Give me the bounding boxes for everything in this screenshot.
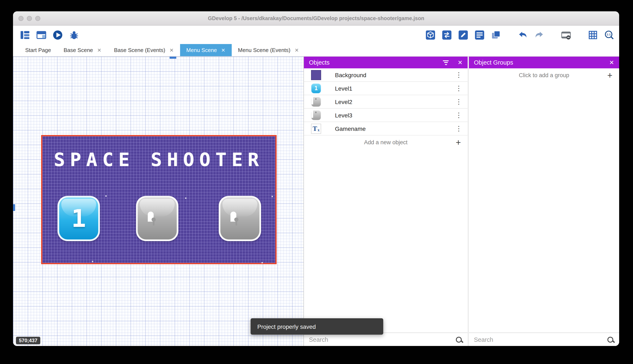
plus-icon: + — [456, 138, 461, 146]
tab-close-icon[interactable]: ✕ — [169, 47, 174, 53]
object-groups-panel: Object Groups ✕ Click to add a group + — [469, 56, 619, 346]
object-menu-icon[interactable]: ⋮ — [454, 124, 463, 132]
plus-icon: + — [607, 71, 612, 80]
object-menu-icon[interactable]: ⋮ — [454, 71, 463, 79]
preview-options-button[interactable] — [560, 29, 572, 41]
tab-label: Base Scene — [64, 47, 93, 53]
traffic-lights — [19, 11, 40, 25]
project-manager-button[interactable] — [19, 29, 31, 41]
filter-icon[interactable] — [443, 60, 449, 65]
add-new-object-button[interactable]: Add a new object + — [304, 136, 468, 149]
toolbar-left-group — [19, 29, 80, 41]
toolbar-right-group: 1:1 — [424, 29, 615, 41]
scene-editor-canvas[interactable]: SPACE SHOOTER 1 — [13, 56, 303, 346]
main-content: SPACE SHOOTER 1 — [13, 56, 619, 346]
add-group-label: Click to add a group — [519, 72, 569, 78]
tab-close-icon[interactable]: ✕ — [221, 47, 225, 53]
tab-base-scene-events[interactable]: Base Scene (Events) ✕ — [108, 44, 180, 56]
locked-button-icon — [311, 97, 321, 107]
add-group-button[interactable]: Click to add a group + — [469, 68, 619, 82]
tab-close-icon[interactable]: ✕ — [295, 47, 299, 53]
list-icon — [474, 30, 485, 40]
close-window-button[interactable] — [19, 16, 24, 21]
object-groups-panel-header: Object Groups ✕ — [469, 56, 619, 68]
locked-button-icon — [311, 110, 321, 120]
minimize-window-button[interactable] — [27, 16, 32, 21]
search-icon[interactable] — [606, 336, 614, 343]
lock-icon — [148, 214, 167, 222]
maximize-window-button[interactable] — [35, 16, 40, 21]
scene-preview[interactable]: SPACE SHOOTER 1 — [41, 135, 277, 264]
zoom-reset-button[interactable]: 1:1 — [603, 29, 615, 41]
grid-icon — [587, 30, 598, 40]
undo-arrow-icon — [517, 30, 528, 40]
objects-panel-header: Objects ✕ — [304, 56, 468, 68]
pencil-icon — [458, 30, 468, 40]
screen: GDevelop 5 - /Users/dkarakay/Documents/G… — [0, 0, 633, 364]
objects-panel: Objects ✕ Background ⋮ 1 — [303, 56, 468, 346]
star-dot — [185, 198, 186, 199]
project-manager-icon — [20, 30, 30, 40]
debug-button[interactable] — [68, 29, 80, 41]
tab-start-page[interactable]: Start Page — [19, 44, 57, 56]
toolbar: 1:1 — [13, 26, 619, 44]
tab-base-scene[interactable]: Base Scene ✕ — [57, 44, 108, 56]
cursor-coordinates: 570;437 — [16, 337, 40, 344]
cube-icon — [425, 30, 436, 40]
search-icon[interactable] — [455, 336, 463, 343]
tab-menu-scene[interactable]: Menu Scene ✕ — [180, 44, 232, 56]
tab-close-icon[interactable]: ✕ — [97, 47, 101, 53]
redo-button[interactable] — [533, 29, 545, 41]
objects-list: Background ⋮ 1 Level1 ⋮ — [304, 68, 468, 332]
object-row-level2[interactable]: Level2 ⋮ — [304, 95, 468, 108]
star-dot — [92, 261, 93, 262]
preview-button[interactable] — [52, 29, 63, 41]
object-row-gamename[interactable]: T x Gamename ⋮ — [304, 122, 468, 136]
object-label: Background — [335, 72, 366, 78]
tab-bar: Start Page Base Scene ✕ Base Scene (Even… — [13, 44, 619, 56]
edit-button[interactable] — [457, 29, 469, 41]
duplicate-button[interactable] — [490, 29, 502, 41]
add-new-object-label: Add a new object — [364, 139, 407, 145]
export-button[interactable] — [424, 29, 436, 41]
object-menu-icon[interactable]: ⋮ — [454, 84, 463, 92]
events-button[interactable] — [473, 29, 485, 41]
scene-title-text: SPACE SHOOTER — [42, 149, 275, 170]
object-label: Level2 — [335, 98, 352, 105]
text-object-icon: T x — [311, 124, 321, 134]
object-row-background[interactable]: Background ⋮ — [304, 68, 468, 82]
toast-notification: Project properly saved — [251, 318, 383, 335]
film-icon — [561, 30, 571, 40]
tab-label: Menu Scene (Events) — [238, 47, 290, 53]
bug-icon — [69, 30, 79, 40]
publish-button[interactable] — [441, 29, 453, 41]
undo-button[interactable] — [517, 29, 528, 41]
share-arrows-icon — [441, 30, 452, 40]
objects-search-input[interactable] — [309, 336, 455, 343]
object-menu-icon[interactable]: ⋮ — [454, 111, 463, 119]
purple-swatch-icon — [311, 70, 322, 80]
level1-button-label: 1 — [59, 198, 98, 240]
objects-panel-title: Objects — [309, 59, 330, 66]
level1-button[interactable]: 1 — [58, 196, 100, 241]
play-icon — [52, 30, 63, 40]
level2-button-locked[interactable] — [136, 196, 178, 241]
star-dot — [271, 196, 273, 197]
object-menu-icon[interactable]: ⋮ — [454, 98, 463, 106]
close-objects-panel-button[interactable]: ✕ — [458, 60, 463, 66]
object-groups-list: Click to add a group + — [469, 68, 619, 332]
level3-button-locked[interactable] — [219, 196, 261, 241]
tab-menu-scene-events[interactable]: Menu Scene (Events) ✕ — [232, 44, 305, 56]
lock-icon — [230, 214, 249, 222]
object-label: Level3 — [335, 112, 352, 118]
zoom-level-label: 1:1 — [606, 33, 610, 36]
scenes-button[interactable] — [35, 29, 47, 41]
app-window: GDevelop 5 - /Users/dkarakay/Documents/G… — [13, 11, 619, 346]
object-row-level3[interactable]: Level3 ⋮ — [304, 108, 468, 122]
toggle-grid-button[interactable] — [587, 29, 598, 41]
horizontal-scroll-indicator[interactable] — [170, 56, 176, 59]
object-row-level1[interactable]: 1 Level1 ⋮ — [304, 82, 468, 95]
close-object-groups-panel-button[interactable]: ✕ — [609, 60, 614, 66]
groups-search-input[interactable] — [474, 336, 606, 343]
vertical-scroll-indicator[interactable] — [13, 204, 15, 211]
